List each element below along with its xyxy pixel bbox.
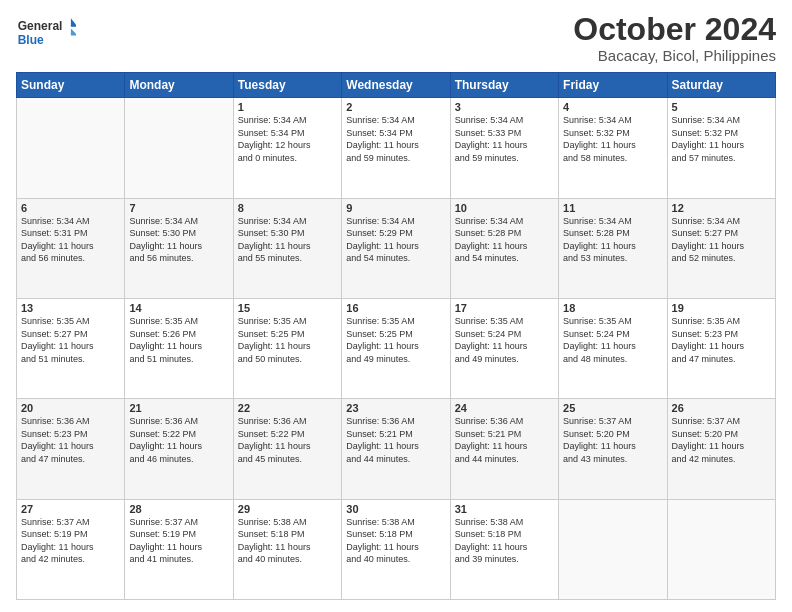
calendar-cell: 17Sunrise: 5:35 AM Sunset: 5:24 PM Dayli… [450,298,558,398]
day-number: 25 [563,402,662,414]
title-block: October 2024 Bacacay, Bicol, Philippines [573,12,776,64]
day-info: Sunrise: 5:34 AM Sunset: 5:31 PM Dayligh… [21,215,120,265]
day-number: 27 [21,503,120,515]
day-number: 5 [672,101,771,113]
svg-marker-2 [71,18,76,27]
day-info: Sunrise: 5:37 AM Sunset: 5:19 PM Dayligh… [129,516,228,566]
calendar-cell: 15Sunrise: 5:35 AM Sunset: 5:25 PM Dayli… [233,298,341,398]
svg-text:General: General [18,19,63,33]
header: General Blue October 2024 Bacacay, Bicol… [16,12,776,64]
day-info: Sunrise: 5:35 AM Sunset: 5:23 PM Dayligh… [672,315,771,365]
calendar-week-3: 13Sunrise: 5:35 AM Sunset: 5:27 PM Dayli… [17,298,776,398]
calendar-cell [667,499,775,599]
day-number: 20 [21,402,120,414]
calendar-header-row: SundayMondayTuesdayWednesdayThursdayFrid… [17,73,776,98]
day-number: 11 [563,202,662,214]
logo: General Blue [16,12,76,52]
calendar-header-thursday: Thursday [450,73,558,98]
calendar-cell: 31Sunrise: 5:38 AM Sunset: 5:18 PM Dayli… [450,499,558,599]
day-number: 7 [129,202,228,214]
calendar-cell: 1Sunrise: 5:34 AM Sunset: 5:34 PM Daylig… [233,98,341,198]
day-info: Sunrise: 5:34 AM Sunset: 5:28 PM Dayligh… [563,215,662,265]
page: General Blue October 2024 Bacacay, Bicol… [0,0,792,612]
svg-text:Blue: Blue [18,33,44,47]
calendar-cell: 8Sunrise: 5:34 AM Sunset: 5:30 PM Daylig… [233,198,341,298]
day-number: 26 [672,402,771,414]
day-info: Sunrise: 5:34 AM Sunset: 5:28 PM Dayligh… [455,215,554,265]
calendar-cell: 19Sunrise: 5:35 AM Sunset: 5:23 PM Dayli… [667,298,775,398]
day-number: 9 [346,202,445,214]
calendar-cell: 20Sunrise: 5:36 AM Sunset: 5:23 PM Dayli… [17,399,125,499]
day-info: Sunrise: 5:35 AM Sunset: 5:25 PM Dayligh… [346,315,445,365]
calendar-cell: 12Sunrise: 5:34 AM Sunset: 5:27 PM Dayli… [667,198,775,298]
calendar-cell: 4Sunrise: 5:34 AM Sunset: 5:32 PM Daylig… [559,98,667,198]
day-info: Sunrise: 5:34 AM Sunset: 5:29 PM Dayligh… [346,215,445,265]
day-info: Sunrise: 5:35 AM Sunset: 5:24 PM Dayligh… [563,315,662,365]
calendar-cell: 24Sunrise: 5:36 AM Sunset: 5:21 PM Dayli… [450,399,558,499]
day-number: 28 [129,503,228,515]
day-info: Sunrise: 5:36 AM Sunset: 5:22 PM Dayligh… [129,415,228,465]
calendar-cell: 23Sunrise: 5:36 AM Sunset: 5:21 PM Dayli… [342,399,450,499]
day-number: 14 [129,302,228,314]
day-info: Sunrise: 5:34 AM Sunset: 5:34 PM Dayligh… [346,114,445,164]
day-info: Sunrise: 5:38 AM Sunset: 5:18 PM Dayligh… [238,516,337,566]
day-number: 19 [672,302,771,314]
day-info: Sunrise: 5:34 AM Sunset: 5:27 PM Dayligh… [672,215,771,265]
day-number: 1 [238,101,337,113]
calendar-cell [17,98,125,198]
calendar-header-monday: Monday [125,73,233,98]
calendar-week-2: 6Sunrise: 5:34 AM Sunset: 5:31 PM Daylig… [17,198,776,298]
calendar-cell: 5Sunrise: 5:34 AM Sunset: 5:32 PM Daylig… [667,98,775,198]
day-info: Sunrise: 5:35 AM Sunset: 5:25 PM Dayligh… [238,315,337,365]
day-number: 6 [21,202,120,214]
day-number: 15 [238,302,337,314]
day-info: Sunrise: 5:37 AM Sunset: 5:20 PM Dayligh… [672,415,771,465]
logo-svg: General Blue [16,12,76,52]
calendar-header-saturday: Saturday [667,73,775,98]
day-number: 31 [455,503,554,515]
calendar-header-wednesday: Wednesday [342,73,450,98]
day-number: 30 [346,503,445,515]
calendar-cell: 6Sunrise: 5:34 AM Sunset: 5:31 PM Daylig… [17,198,125,298]
calendar-cell: 30Sunrise: 5:38 AM Sunset: 5:18 PM Dayli… [342,499,450,599]
day-number: 21 [129,402,228,414]
day-number: 13 [21,302,120,314]
calendar-cell: 26Sunrise: 5:37 AM Sunset: 5:20 PM Dayli… [667,399,775,499]
calendar-cell [125,98,233,198]
day-info: Sunrise: 5:35 AM Sunset: 5:26 PM Dayligh… [129,315,228,365]
day-info: Sunrise: 5:34 AM Sunset: 5:34 PM Dayligh… [238,114,337,164]
day-number: 8 [238,202,337,214]
day-number: 29 [238,503,337,515]
calendar-cell: 28Sunrise: 5:37 AM Sunset: 5:19 PM Dayli… [125,499,233,599]
calendar-table: SundayMondayTuesdayWednesdayThursdayFrid… [16,72,776,600]
calendar-header-sunday: Sunday [17,73,125,98]
day-number: 10 [455,202,554,214]
day-number: 22 [238,402,337,414]
day-number: 16 [346,302,445,314]
calendar-cell: 16Sunrise: 5:35 AM Sunset: 5:25 PM Dayli… [342,298,450,398]
calendar-cell: 14Sunrise: 5:35 AM Sunset: 5:26 PM Dayli… [125,298,233,398]
calendar-cell: 13Sunrise: 5:35 AM Sunset: 5:27 PM Dayli… [17,298,125,398]
calendar-week-5: 27Sunrise: 5:37 AM Sunset: 5:19 PM Dayli… [17,499,776,599]
day-info: Sunrise: 5:38 AM Sunset: 5:18 PM Dayligh… [455,516,554,566]
calendar-week-4: 20Sunrise: 5:36 AM Sunset: 5:23 PM Dayli… [17,399,776,499]
calendar-cell: 27Sunrise: 5:37 AM Sunset: 5:19 PM Dayli… [17,499,125,599]
calendar-cell: 22Sunrise: 5:36 AM Sunset: 5:22 PM Dayli… [233,399,341,499]
day-info: Sunrise: 5:35 AM Sunset: 5:24 PM Dayligh… [455,315,554,365]
day-info: Sunrise: 5:38 AM Sunset: 5:18 PM Dayligh… [346,516,445,566]
svg-marker-3 [71,29,76,36]
calendar-week-1: 1Sunrise: 5:34 AM Sunset: 5:34 PM Daylig… [17,98,776,198]
calendar-cell: 10Sunrise: 5:34 AM Sunset: 5:28 PM Dayli… [450,198,558,298]
calendar-cell: 7Sunrise: 5:34 AM Sunset: 5:30 PM Daylig… [125,198,233,298]
calendar-cell: 21Sunrise: 5:36 AM Sunset: 5:22 PM Dayli… [125,399,233,499]
day-number: 2 [346,101,445,113]
calendar-cell: 18Sunrise: 5:35 AM Sunset: 5:24 PM Dayli… [559,298,667,398]
calendar-header-friday: Friday [559,73,667,98]
day-info: Sunrise: 5:34 AM Sunset: 5:32 PM Dayligh… [672,114,771,164]
day-number: 4 [563,101,662,113]
calendar-header-tuesday: Tuesday [233,73,341,98]
day-info: Sunrise: 5:37 AM Sunset: 5:20 PM Dayligh… [563,415,662,465]
day-info: Sunrise: 5:36 AM Sunset: 5:22 PM Dayligh… [238,415,337,465]
day-number: 17 [455,302,554,314]
day-info: Sunrise: 5:36 AM Sunset: 5:21 PM Dayligh… [455,415,554,465]
